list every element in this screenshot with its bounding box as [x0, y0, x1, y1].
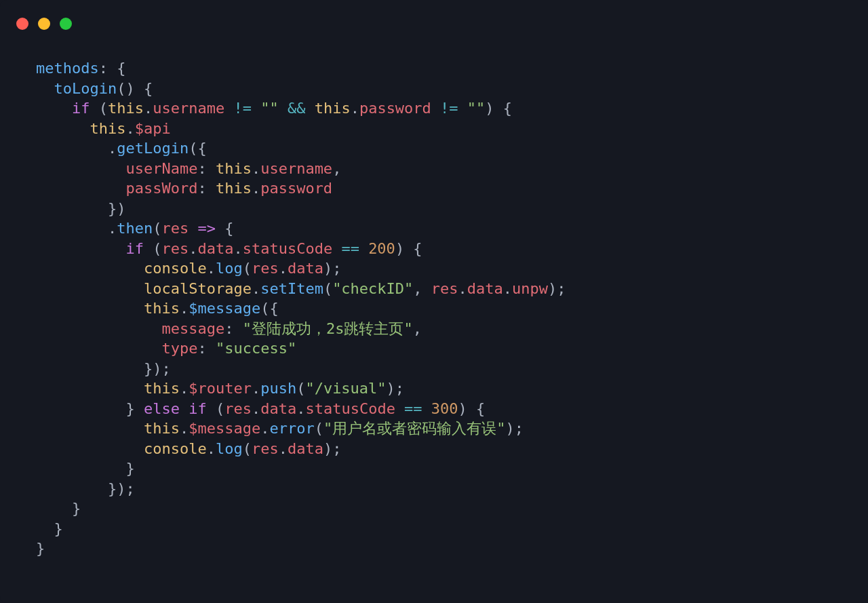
token-op: == [395, 400, 431, 417]
token-punc: ( [296, 380, 305, 397]
token-prop: data [467, 280, 503, 297]
token-punc: . [207, 260, 216, 277]
token-property: methods [36, 60, 99, 77]
token-punc: ); [548, 280, 566, 297]
token-punc: } [125, 460, 134, 477]
token-punc: }); [108, 480, 135, 497]
token-prop: data [288, 440, 323, 457]
token-prop: password [359, 100, 431, 117]
token-punc: ) { [395, 240, 422, 257]
token-punc: () { [117, 80, 153, 97]
close-icon[interactable] [16, 18, 28, 30]
token-punc: . [279, 260, 288, 277]
token-punc: , [332, 160, 341, 177]
token-this: this [144, 380, 180, 397]
token-this: this [144, 420, 180, 437]
token-key: passWord [125, 180, 197, 197]
token-punc: . [108, 220, 117, 237]
token-string: "" [467, 100, 486, 117]
token-punc: ( [90, 100, 108, 117]
token-var: res [431, 280, 458, 297]
token-punc: : { [99, 60, 126, 77]
token-punc: } [125, 400, 144, 417]
token-number: 300 [431, 400, 458, 417]
token-punc: ( [315, 420, 323, 437]
token-punc: ( [323, 280, 332, 297]
token-punc: . [252, 400, 260, 417]
token-prop: $api [135, 120, 171, 137]
token-op: && [279, 100, 315, 117]
token-prop: data [288, 260, 323, 277]
token-punc: } [72, 500, 81, 517]
token-punc: . [125, 120, 134, 137]
code-window: methods: { toLogin() { if (this.username… [0, 0, 868, 603]
token-punc: . [279, 440, 288, 457]
token-punc: . [458, 280, 467, 297]
token-this: this [90, 120, 125, 137]
token-this: this [216, 180, 252, 197]
token-string: "用户名或者密码输入有误" [323, 420, 506, 437]
token-punc: : [197, 160, 216, 177]
token-this: this [216, 160, 252, 177]
token-string: "登陆成功，2s跳转主页" [243, 320, 413, 337]
token-punc: ) { [458, 400, 486, 417]
token-punc: ); [505, 420, 524, 437]
token-punc: ( [243, 440, 252, 457]
token-call: log [216, 440, 243, 457]
token-punc: ({ [260, 300, 279, 317]
token-op: != [224, 100, 260, 117]
token-punc: } [36, 540, 45, 557]
token-call: error [269, 420, 314, 437]
token-key: type [161, 340, 197, 357]
token-punc: . [252, 280, 260, 297]
token-punc: }); [144, 360, 171, 377]
token-punc: . [180, 420, 189, 437]
token-punc: { [224, 220, 233, 237]
token-punc: . [180, 300, 189, 317]
minimize-icon[interactable] [38, 18, 50, 30]
token-call: getLogin [117, 140, 189, 157]
token-punc: . [252, 380, 260, 397]
token-punc: }) [108, 200, 126, 217]
token-punc: ( [207, 400, 225, 417]
token-punc: : [197, 180, 216, 197]
token-punc: . [233, 240, 242, 257]
token-global: console [144, 440, 207, 457]
token-string: "success" [216, 340, 296, 357]
token-punc: . [503, 280, 512, 297]
token-number: 200 [368, 240, 395, 257]
token-punc: ); [323, 440, 342, 457]
token-var: res [252, 440, 279, 457]
token-keyword: if [125, 240, 144, 257]
token-punc: . [180, 380, 189, 397]
token-call: push [260, 380, 296, 397]
token-punc: ( [144, 240, 162, 257]
token-call: setItem [260, 280, 323, 297]
token-prop: $router [189, 380, 252, 397]
token-prop: data [197, 240, 233, 257]
token-punc: . [296, 400, 305, 417]
token-call: log [216, 260, 243, 277]
token-punc: . [252, 160, 260, 177]
token-prop: statusCode [243, 240, 332, 257]
maximize-icon[interactable] [60, 18, 72, 30]
token-prop: password [260, 180, 332, 197]
token-punc: . [351, 100, 359, 117]
token-keyword: if [189, 400, 207, 417]
token-prop: username [260, 160, 332, 177]
token-punc: ( [243, 260, 252, 277]
token-punc: . [144, 100, 153, 117]
token-punc: . [260, 420, 269, 437]
token-punc: ); [323, 260, 342, 277]
token-punc: ) { [485, 100, 512, 117]
token-string: "checkID" [332, 280, 413, 297]
token-call: $message [189, 300, 260, 317]
token-key: message [161, 320, 224, 337]
token-punc: ({ [189, 140, 207, 157]
token-punc: , [413, 280, 431, 297]
token-punc: . [108, 140, 117, 157]
token-prop: statusCode [305, 400, 395, 417]
token-var: res [252, 260, 279, 277]
token-this: this [108, 100, 144, 117]
token-punc: : [224, 320, 243, 337]
